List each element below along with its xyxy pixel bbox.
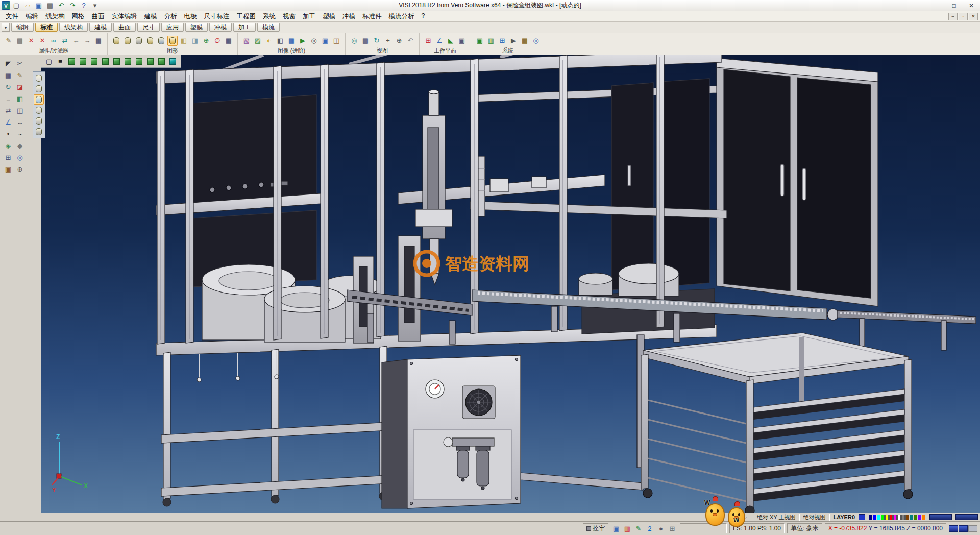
left-view-icon[interactable] xyxy=(89,56,99,66)
wireframe-mode-icon[interactable] xyxy=(34,73,44,83)
status-edit-icon[interactable]: ✎ xyxy=(633,523,644,533)
sketch-pencil-icon[interactable]: ✎ xyxy=(15,70,25,80)
menu-模流分析[interactable]: 模流分析 xyxy=(385,11,418,22)
palette-color[interactable] xyxy=(910,515,913,520)
palette-color[interactable] xyxy=(881,515,885,520)
solid-icon[interactable]: ◆ xyxy=(15,140,25,151)
view-sphere-icon[interactable]: ◎ xyxy=(15,152,25,162)
view-manager-icon[interactable]: ▤ xyxy=(360,36,371,46)
tab-尺寸[interactable]: 尺寸 xyxy=(137,23,160,32)
hidden-line-display-icon[interactable] xyxy=(134,36,144,46)
delete-filter-icon[interactable]: ✕ xyxy=(37,36,47,46)
mdi-restore-button[interactable]: ▫ xyxy=(959,13,968,20)
menu-尺寸标注[interactable]: 尺寸标注 xyxy=(201,11,233,22)
hidden-line-mode-icon[interactable] xyxy=(34,84,44,94)
isometric-view-icon[interactable] xyxy=(134,56,144,66)
layer-color-bar[interactable] xyxy=(929,514,952,520)
menu-文件[interactable]: 文件 xyxy=(2,11,22,22)
tab-加工[interactable]: 加工 xyxy=(233,23,256,32)
previous-selection-icon[interactable]: ← xyxy=(71,36,81,46)
trim-scissors-icon[interactable]: ✂ xyxy=(15,58,25,68)
palette-color[interactable] xyxy=(869,515,872,520)
workplane-icon[interactable]: ⊞ xyxy=(3,152,13,162)
layer-display-icon[interactable]: ▦ xyxy=(224,36,234,46)
maximize-button[interactable]: □ xyxy=(945,0,963,11)
transparent-display-icon[interactable] xyxy=(156,36,166,46)
right-view-icon[interactable] xyxy=(100,56,110,66)
palette-color[interactable] xyxy=(914,515,917,520)
workplane-origin-icon[interactable]: ⊞ xyxy=(423,36,433,46)
trimetric-view-icon[interactable] xyxy=(156,56,166,66)
shaded-mode-icon[interactable] xyxy=(34,94,44,105)
palette-color[interactable] xyxy=(873,515,876,520)
point-icon[interactable]: • xyxy=(3,129,13,139)
shaded-display-icon[interactable] xyxy=(122,36,133,46)
transparent-mode-icon[interactable] xyxy=(34,116,44,126)
rotate-view-icon[interactable]: ↻ xyxy=(372,36,382,46)
tab-模流[interactable]: 模流 xyxy=(257,23,280,32)
distance-measure-icon[interactable]: ↔ xyxy=(15,117,25,127)
render-advanced-icon[interactable]: ▧ xyxy=(241,36,252,46)
new-view-icon[interactable]: ◎ xyxy=(349,36,359,46)
snapshot-icon[interactable]: ▣ xyxy=(320,36,330,46)
print-icon[interactable]: ▤ xyxy=(45,1,55,11)
ghost-display-icon[interactable] xyxy=(145,36,155,46)
palette-color[interactable] xyxy=(885,515,889,520)
tab-编辑[interactable]: 编辑 xyxy=(11,23,34,32)
link-entities-icon[interactable]: ∞ xyxy=(48,36,59,46)
selection-filter-icon[interactable]: ▦ xyxy=(93,36,104,46)
mdi-close-button[interactable]: ✕ xyxy=(969,13,978,20)
tab-overflow-icon[interactable]: ▾ xyxy=(2,23,10,32)
palette-color[interactable] xyxy=(877,515,880,520)
status-user-icon[interactable]: ● xyxy=(656,523,666,533)
dynamic-rotation-icon[interactable] xyxy=(167,56,178,66)
front-view-icon[interactable] xyxy=(66,56,77,66)
tab-线架构[interactable]: 线架构 xyxy=(59,23,88,32)
rendered-mode-icon[interactable] xyxy=(34,105,44,115)
zoom-view-icon[interactable]: ⊕ xyxy=(394,36,404,46)
close-button[interactable]: ✕ xyxy=(963,0,980,11)
section-view-icon[interactable]: ◨ xyxy=(190,36,200,46)
section-mode-icon[interactable] xyxy=(34,127,44,137)
wireframe-display-icon[interactable] xyxy=(111,36,121,46)
texture-map-icon[interactable]: ▨ xyxy=(253,36,263,46)
palette-color[interactable] xyxy=(918,515,921,520)
curve-icon[interactable]: ~ xyxy=(15,129,25,139)
animation-icon[interactable]: ▶ xyxy=(298,36,308,46)
absolute-view-label[interactable]: 绝对视图 xyxy=(803,514,826,521)
minimize-button[interactable]: – xyxy=(928,0,945,11)
select-arrow-icon[interactable]: ◤ xyxy=(3,58,13,68)
palette-color[interactable] xyxy=(901,515,905,520)
palette-color[interactable] xyxy=(897,515,901,520)
menu-视窗[interactable]: 视窗 xyxy=(279,11,299,22)
edit-attributes-icon[interactable]: ✎ xyxy=(4,36,14,46)
lock-toggle[interactable]: 拴牢 xyxy=(583,523,608,533)
dimetric-view-icon[interactable] xyxy=(145,56,155,66)
workplane-entity-icon[interactable]: ◣ xyxy=(446,36,456,46)
palette-color[interactable] xyxy=(922,515,925,520)
camera-view-icon[interactable]: ◎ xyxy=(309,36,319,46)
lighting-icon[interactable]: ◐ xyxy=(264,36,274,46)
status-save-icon[interactable]: ▣ xyxy=(611,523,621,533)
options-gear-icon[interactable]: ⊕ xyxy=(15,164,25,174)
menu-?[interactable]: ? xyxy=(418,11,429,22)
surface-icon[interactable]: ◈ xyxy=(3,140,13,151)
tab-塑膜[interactable]: 塑膜 xyxy=(185,23,208,32)
viewport[interactable]: ▢≡ xyxy=(41,55,980,513)
macro-run-icon[interactable]: ▶ xyxy=(508,36,519,46)
menu-电极[interactable]: 电极 xyxy=(181,11,201,22)
menu-编辑[interactable]: 编辑 xyxy=(22,11,42,22)
swap-link-icon[interactable]: ⇄ xyxy=(60,36,70,46)
open-file-icon[interactable]: ▱ xyxy=(22,1,33,11)
pen-color-bar[interactable] xyxy=(955,514,978,520)
back-view-icon[interactable] xyxy=(111,56,121,66)
angle-measure-icon[interactable]: ∠ xyxy=(3,117,13,127)
toolbar-options-icon[interactable]: ▾ xyxy=(90,1,100,11)
next-selection-icon[interactable]: → xyxy=(82,36,92,46)
transform-icon[interactable]: ⇄ xyxy=(3,105,13,115)
units-indicator[interactable]: 单位: 毫米 xyxy=(787,523,822,533)
menu-工程图[interactable]: 工程图 xyxy=(233,11,260,22)
status-snap-icon[interactable]: ⊞ xyxy=(667,523,677,533)
undo-icon[interactable]: ↶ xyxy=(56,1,66,11)
new-file-icon[interactable]: ▢ xyxy=(11,1,21,11)
